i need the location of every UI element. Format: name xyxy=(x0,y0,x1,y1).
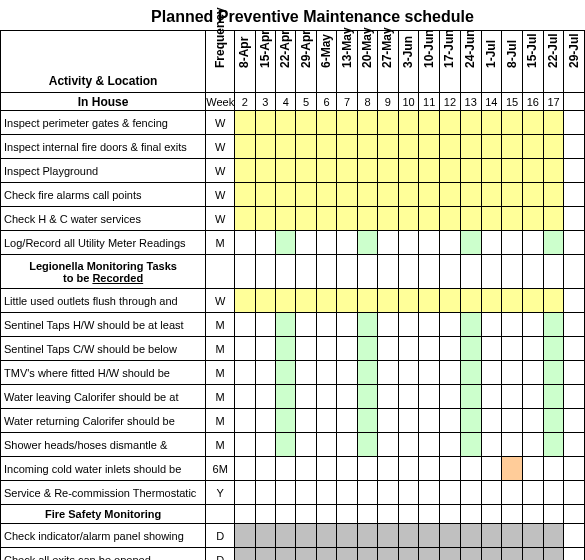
schedule-cell xyxy=(296,457,316,481)
schedule-cell xyxy=(398,183,419,207)
schedule-cell xyxy=(337,313,357,337)
week-number: 12 xyxy=(440,93,461,111)
schedule-cell xyxy=(235,289,255,313)
schedule-cell xyxy=(398,361,419,385)
empty-cell xyxy=(522,255,543,289)
empty-cell xyxy=(460,505,481,524)
schedule-cell xyxy=(255,409,275,433)
schedule-cell xyxy=(440,433,461,457)
schedule-cell xyxy=(337,289,357,313)
schedule-cell xyxy=(255,524,275,548)
schedule-cell xyxy=(543,111,564,135)
date-header: 3-Jun xyxy=(398,31,419,93)
task-frequency: M xyxy=(206,385,235,409)
date-header: 29-Jul xyxy=(564,31,585,93)
week-number: 2 xyxy=(235,93,255,111)
schedule-cell xyxy=(398,231,419,255)
schedule-cell xyxy=(378,337,398,361)
schedule-cell xyxy=(296,385,316,409)
schedule-cell xyxy=(296,337,316,361)
schedule-cell xyxy=(296,111,316,135)
task-row: Sentinel Taps C/W should be belowM xyxy=(1,337,585,361)
date-header: 10-Jun xyxy=(419,31,440,93)
schedule-cell xyxy=(481,289,502,313)
task-label: Shower heads/hoses dismantle & xyxy=(1,433,206,457)
date-header: 17-Jun xyxy=(440,31,461,93)
schedule-cell xyxy=(460,313,481,337)
empty-cell xyxy=(398,255,419,289)
schedule-cell xyxy=(522,159,543,183)
task-frequency: M xyxy=(206,337,235,361)
empty-cell xyxy=(378,505,398,524)
schedule-cell xyxy=(543,433,564,457)
task-frequency: W xyxy=(206,159,235,183)
schedule-cell xyxy=(564,385,585,409)
schedule-cell xyxy=(378,409,398,433)
task-label: Check fire alarms call points xyxy=(1,183,206,207)
schedule-cell xyxy=(296,409,316,433)
schedule-cell xyxy=(357,481,377,505)
schedule-cell xyxy=(276,183,296,207)
schedule-cell xyxy=(502,481,523,505)
schedule-cell xyxy=(398,111,419,135)
schedule-cell xyxy=(235,207,255,231)
empty-cell xyxy=(316,505,336,524)
schedule-cell xyxy=(502,231,523,255)
date-header: 8-Jul xyxy=(502,31,523,93)
empty-cell xyxy=(481,255,502,289)
schedule-cell xyxy=(543,385,564,409)
schedule-cell xyxy=(337,337,357,361)
schedule-cell xyxy=(440,409,461,433)
schedule-cell xyxy=(543,337,564,361)
section-row: Legionella Monitoring Tasksto be Recorde… xyxy=(1,255,585,289)
schedule-cell xyxy=(522,457,543,481)
schedule-cell xyxy=(255,457,275,481)
schedule-cell xyxy=(276,111,296,135)
schedule-cell xyxy=(235,111,255,135)
task-row: Check H & C water servicesW xyxy=(1,207,585,231)
schedule-cell xyxy=(481,159,502,183)
schedule-cell xyxy=(502,548,523,561)
task-label: TMV's where fitted H/W should be xyxy=(1,361,206,385)
schedule-cell xyxy=(564,548,585,561)
schedule-cell xyxy=(357,433,377,457)
empty-cell xyxy=(378,255,398,289)
task-row: Water leaving Calorifer should be atM xyxy=(1,385,585,409)
schedule-cell xyxy=(378,207,398,231)
empty-cell xyxy=(235,505,255,524)
schedule-cell xyxy=(378,289,398,313)
section-row: Fire Safety Monitoring xyxy=(1,505,585,524)
schedule-cell xyxy=(276,313,296,337)
empty-cell xyxy=(440,255,461,289)
schedule-cell xyxy=(357,337,377,361)
task-frequency: W xyxy=(206,135,235,159)
schedule-cell xyxy=(378,111,398,135)
schedule-cell xyxy=(235,337,255,361)
schedule-cell xyxy=(378,481,398,505)
schedule-cell xyxy=(337,231,357,255)
schedule-cell xyxy=(398,313,419,337)
schedule-cell xyxy=(357,313,377,337)
week-number: 4 xyxy=(276,93,296,111)
schedule-cell xyxy=(255,289,275,313)
date-header: 27-May xyxy=(378,31,398,93)
schedule-cell xyxy=(255,207,275,231)
task-row: Water returning Calorifer should beM xyxy=(1,409,585,433)
task-row: Inspect perimeter gates & fencingW xyxy=(1,111,585,135)
schedule-cell xyxy=(398,457,419,481)
schedule-cell xyxy=(378,548,398,561)
schedule-cell xyxy=(235,409,255,433)
schedule-cell xyxy=(522,231,543,255)
schedule-cell xyxy=(276,231,296,255)
schedule-cell xyxy=(378,159,398,183)
week-number: 17 xyxy=(543,93,564,111)
task-row: Log/Record all Utility Meter ReadingsM xyxy=(1,231,585,255)
task-label: Sentinel Taps H/W should be at least xyxy=(1,313,206,337)
week-number: 5 xyxy=(296,93,316,111)
schedule-cell xyxy=(419,289,440,313)
week-number: 10 xyxy=(398,93,419,111)
schedule-cell xyxy=(564,337,585,361)
schedule-cell xyxy=(522,409,543,433)
schedule-cell xyxy=(481,231,502,255)
schedule-cell xyxy=(316,111,336,135)
